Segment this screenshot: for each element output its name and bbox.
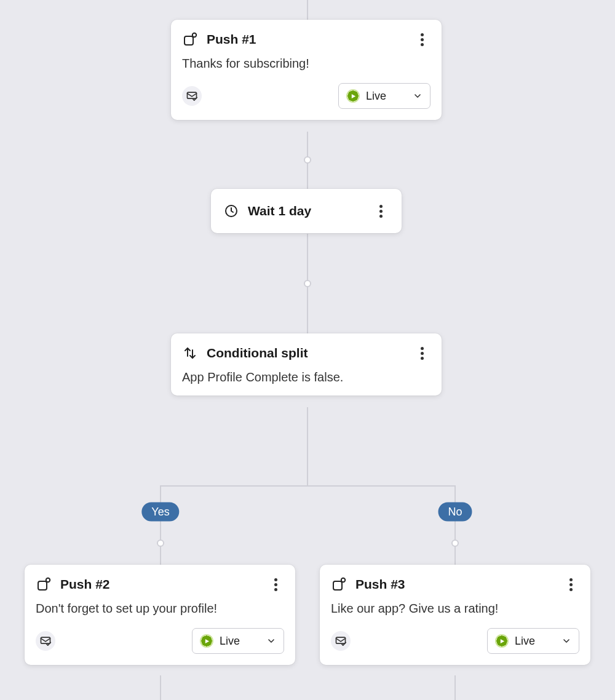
play-icon xyxy=(495,634,509,648)
svg-point-8 xyxy=(341,578,345,582)
push-notification-icon xyxy=(331,576,347,592)
flow-node-push3[interactable]: Push #3 Like our app? Give us a rating! … xyxy=(320,565,590,665)
node-menu-button[interactable] xyxy=(267,576,284,593)
status-dropdown[interactable]: Live xyxy=(338,83,430,109)
svg-point-5 xyxy=(46,578,50,582)
node-title: Conditional split xyxy=(207,346,405,360)
connector-dot xyxy=(157,539,164,547)
node-menu-button[interactable] xyxy=(562,576,579,593)
node-title: Push #3 xyxy=(355,577,554,592)
node-subtitle: Like our app? Give us a rating! xyxy=(331,602,579,616)
node-menu-button[interactable] xyxy=(413,31,430,48)
connector-push2-down xyxy=(160,675,161,700)
branch-label-no: No xyxy=(438,503,472,522)
svg-rect-7 xyxy=(333,581,342,590)
status-label: Live xyxy=(220,635,260,648)
connector-dot xyxy=(304,280,311,287)
svg-rect-6 xyxy=(41,637,50,643)
node-title: Push #2 xyxy=(60,577,258,592)
play-icon xyxy=(200,634,213,648)
status-label: Live xyxy=(366,90,407,103)
connector-yes-down xyxy=(160,485,161,565)
connector-push3-down xyxy=(454,675,456,700)
flow-node-wait[interactable]: Wait 1 day xyxy=(211,189,402,233)
svg-rect-2 xyxy=(188,92,197,98)
svg-rect-9 xyxy=(336,637,346,643)
delivery-status-icon xyxy=(36,631,55,651)
delivery-status-icon xyxy=(331,631,351,651)
push-notification-icon xyxy=(36,576,52,592)
chevron-down-icon xyxy=(561,636,571,646)
flow-node-push2[interactable]: Push #2 Don't forget to set up your prof… xyxy=(25,565,295,665)
node-menu-button[interactable] xyxy=(372,202,389,220)
node-subtitle: Don't forget to set up your profile! xyxy=(36,602,284,616)
push-notification-icon xyxy=(182,31,198,47)
play-icon xyxy=(346,89,360,103)
status-dropdown[interactable]: Live xyxy=(192,628,284,654)
connector-split-horizontal xyxy=(160,485,455,487)
svg-rect-4 xyxy=(38,581,47,590)
branch-label-yes: Yes xyxy=(141,503,179,522)
status-label: Live xyxy=(515,635,555,648)
clock-icon xyxy=(223,203,239,219)
svg-rect-0 xyxy=(184,36,193,45)
connector-top xyxy=(307,0,308,20)
svg-point-1 xyxy=(192,33,196,37)
node-title: Wait 1 day xyxy=(248,204,363,218)
chevron-down-icon xyxy=(266,636,276,646)
node-title: Push #1 xyxy=(207,32,405,47)
node-menu-button[interactable] xyxy=(413,344,430,362)
flow-node-push1[interactable]: Push #1 Thanks for subscribing! Live xyxy=(171,20,442,120)
connector-dot xyxy=(304,156,311,164)
connector-no-down xyxy=(454,485,456,565)
delivery-status-icon xyxy=(182,86,202,106)
chevron-down-icon xyxy=(413,91,423,101)
status-dropdown[interactable]: Live xyxy=(487,628,579,654)
node-subtitle: Thanks for subscribing! xyxy=(182,57,430,71)
split-arrows-icon xyxy=(182,345,198,361)
connector-dot xyxy=(451,539,459,547)
connector-cond-split xyxy=(307,407,308,486)
node-subtitle: App Profile Complete is false. xyxy=(182,370,430,384)
flow-node-conditional[interactable]: Conditional split App Profile Complete i… xyxy=(171,333,442,396)
